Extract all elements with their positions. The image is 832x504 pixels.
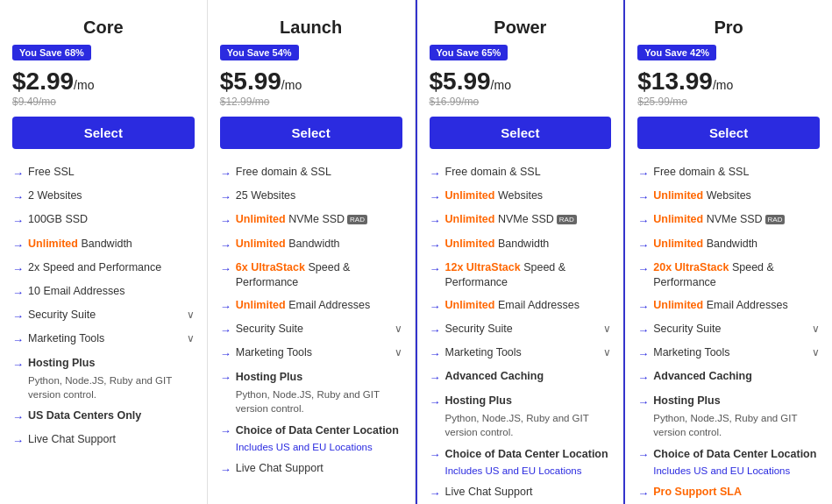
feature-item: →Unlimited Bandwidth [637,233,820,257]
chevron-icon[interactable]: ∨ [603,345,611,360]
feature-item-expandable[interactable]: →Security Suite∨ [12,304,195,328]
feature-text: Marketing Tools [653,345,729,361]
feature-item: →Unlimited Bandwidth [430,233,612,257]
feature-item-expandable[interactable]: →Security Suite∨ [220,318,402,342]
arrow-icon: → [220,189,231,205]
chevron-icon[interactable]: ∨ [187,308,195,323]
arrow-icon: → [430,213,441,229]
arrow-icon: → [430,189,441,205]
feature-item: →Pro Support SLA [637,481,820,504]
arrow-icon: → [637,323,649,338]
feature-item: →20x UltraStack Speed & Performance [637,257,820,295]
select-button-core[interactable]: Select [12,117,195,149]
feature-item-expandable[interactable]: →Marketing Tools∨ [12,328,195,351]
feature-text: Advanced Caching [445,369,544,385]
feature-text: Marketing Tools [28,331,104,347]
arrow-icon: → [430,323,441,338]
feature-item-expandable[interactable]: →Security Suite∨ [430,318,612,342]
arrow-icon: → [637,394,649,410]
feature-text: US Data Centers Only [28,408,141,424]
feature-item-sub: →Hosting PlusPython, Node.JS, Ruby and G… [430,390,612,443]
arrow-icon: → [12,332,24,348]
select-button-pro[interactable]: Select [637,117,820,149]
feature-list-core: →Free SSL→2 Websites→100GB SSD→Unlimited… [12,161,195,452]
arrow-icon: → [637,166,649,181]
feature-item: →Unlimited NVMe SSDRAD [430,209,612,232]
chevron-icon[interactable]: ∨ [812,345,820,360]
chevron-icon[interactable]: ∨ [812,322,820,337]
chevron-icon[interactable]: ∨ [395,322,402,337]
savings-badge-pro: You Save 42% [637,45,716,60]
plan-col-launch: LaunchYou Save 54% $5.99/mo $12.99/mo Se… [208,0,416,504]
arrow-icon: → [12,213,24,229]
feature-text: 20x UltraStack Speed & Performance [653,260,820,291]
arrow-icon: → [220,238,231,253]
feature-sub-desc: Python, Node.JS, Ruby and GIT version co… [430,411,612,439]
feature-text: Security Suite [653,322,721,337]
arrow-icon: → [430,486,441,501]
feature-item: →Live Chat Support [430,481,612,504]
feature-sub-desc: Includes US and EU Locations [430,464,612,478]
feature-item-expandable[interactable]: →Marketing Tools∨ [220,342,402,366]
arrow-icon: → [430,238,441,253]
arrow-icon: → [637,486,649,501]
arrow-icon: → [430,447,441,463]
chevron-icon[interactable]: ∨ [395,345,402,360]
current-price-launch: $5.99/mo [220,67,402,96]
feature-item: →10 Email Addresses [12,280,195,304]
price-block-core: $2.99/mo $9.49/mo [12,67,195,108]
feature-item: →Unlimited Email Addresses [430,295,612,318]
feature-item-expandable[interactable]: →Marketing Tools∨ [430,342,612,366]
feature-sub-desc: Python, Node.JS, Ruby and GIT version co… [12,373,195,401]
nvme-badge: RAD [557,215,577,224]
feature-text: Unlimited Bandwidth [236,237,340,252]
feature-text: Unlimited NVMe SSDRAD [653,212,785,228]
feature-text: Unlimited Bandwidth [653,237,757,252]
nvme-badge: RAD [765,215,786,224]
feature-text: Marketing Tools [236,345,312,361]
current-price-pro: $13.99/mo [637,67,820,96]
old-price-core: $9.49/mo [12,96,195,108]
plan-name-launch: Launch [220,18,402,38]
feature-item: →Free domain & SSL [430,161,612,185]
plan-name-pro: Pro [637,18,820,38]
chevron-icon[interactable]: ∨ [603,322,611,337]
select-button-power[interactable]: Select [430,117,612,149]
arrow-icon: → [12,261,24,277]
nvme-badge: RAD [347,215,367,224]
arrow-icon: → [430,370,441,386]
feature-text: Free domain & SSL [653,165,749,181]
feature-text: Free SSL [28,165,75,181]
feature-text: Choice of Data Center Location [445,447,608,463]
feature-sub-desc: Python, Node.JS, Ruby and GIT version co… [637,411,820,439]
plan-name-core: Core [12,18,195,38]
arrow-icon: → [12,166,24,181]
select-button-launch[interactable]: Select [220,117,402,149]
feature-item-expandable[interactable]: →Marketing Tools∨ [637,342,820,366]
feature-item-expandable[interactable]: →Security Suite∨ [637,318,820,342]
plan-col-pro: ProYou Save 42% $13.99/mo $25.99/mo Sele… [625,0,832,504]
old-price-launch: $12.99/mo [220,96,402,108]
feature-text: Advanced Caching [653,369,752,385]
price-block-power: $5.99/mo $16.99/mo [430,67,612,108]
feature-text: Hosting Plus [653,394,720,409]
arrow-icon: → [220,323,231,338]
feature-text: 12x UltraStack Speed & Performance [445,260,612,291]
feature-text: 6x UltraStack Speed & Performance [236,260,402,291]
feature-item-sub: →Choice of Data Center LocationIncludes … [637,443,820,481]
feature-item: →Unlimited Bandwidth [220,233,402,257]
feature-text: Unlimited Bandwidth [28,237,132,252]
feature-item: →Unlimited Websites [430,185,612,209]
feature-list-launch: →Free domain & SSL→25 Websites→Unlimited… [220,161,402,481]
feature-list-pro: →Free domain & SSL→Unlimited Websites→Un… [637,161,820,504]
arrow-icon: → [637,238,649,253]
arrow-icon: → [12,238,24,253]
feature-item: →Live Chat Support [220,458,402,481]
arrow-icon: → [12,409,24,425]
arrow-icon: → [637,213,649,229]
feature-item: →2x Speed and Performance [12,257,195,280]
feature-text: Unlimited Email Addresses [653,298,788,314]
arrow-icon: → [12,189,24,205]
chevron-icon[interactable]: ∨ [187,331,195,346]
feature-item-sub: →Hosting PlusPython, Node.JS, Ruby and G… [637,390,820,443]
